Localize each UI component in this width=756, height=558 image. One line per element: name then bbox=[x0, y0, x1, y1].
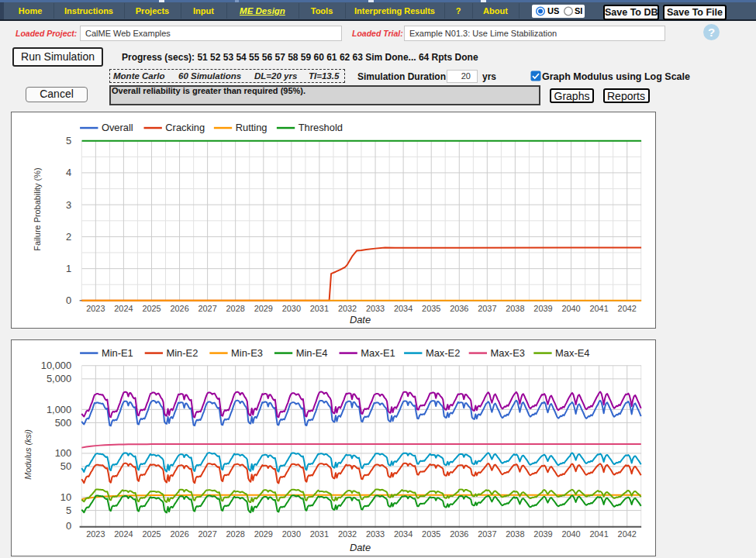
svg-text:2042: 2042 bbox=[617, 529, 636, 539]
svg-text:2023: 2023 bbox=[86, 304, 105, 313]
svg-text:Max-E3: Max-E3 bbox=[490, 346, 524, 358]
svg-text:2039: 2039 bbox=[533, 529, 552, 539]
svg-text:Rutting: Rutting bbox=[235, 122, 267, 133]
svg-text:Date: Date bbox=[349, 314, 370, 326]
svg-text:2038: 2038 bbox=[506, 529, 524, 539]
svg-text:2038: 2038 bbox=[506, 304, 524, 313]
svg-text:Min-E1: Min-E1 bbox=[101, 346, 133, 358]
svg-text:5,000: 5,000 bbox=[46, 373, 71, 384]
svg-text:2036: 2036 bbox=[450, 304, 468, 313]
svg-text:Failure Probability (%): Failure Probability (%) bbox=[32, 167, 41, 250]
svg-text:Modulus (ksi): Modulus (ksi) bbox=[22, 429, 32, 480]
svg-text:2: 2 bbox=[66, 231, 71, 243]
svg-text:2033: 2033 bbox=[365, 304, 384, 313]
svg-text:2026: 2026 bbox=[170, 304, 188, 313]
svg-text:5: 5 bbox=[66, 505, 71, 516]
svg-text:3: 3 bbox=[66, 199, 71, 211]
svg-text:2033: 2033 bbox=[365, 529, 384, 539]
svg-text:500: 500 bbox=[54, 416, 71, 428]
svg-text:2040: 2040 bbox=[561, 304, 580, 313]
svg-text:2023: 2023 bbox=[86, 529, 105, 539]
svg-text:2025: 2025 bbox=[142, 529, 161, 539]
svg-text:2041: 2041 bbox=[589, 529, 608, 539]
svg-text:2032: 2032 bbox=[337, 304, 356, 313]
svg-text:Overall: Overall bbox=[101, 122, 133, 133]
svg-text:Min-E4: Min-E4 bbox=[295, 346, 327, 358]
svg-text:2030: 2030 bbox=[281, 529, 300, 539]
svg-text:2029: 2029 bbox=[254, 304, 272, 313]
svg-text:2034: 2034 bbox=[393, 304, 412, 313]
svg-text:Date: Date bbox=[349, 541, 370, 553]
svg-text:Max-E1: Max-E1 bbox=[361, 346, 395, 358]
svg-text:0: 0 bbox=[66, 519, 71, 531]
svg-text:2037: 2037 bbox=[478, 304, 496, 313]
svg-text:2031: 2031 bbox=[309, 304, 328, 313]
svg-text:2037: 2037 bbox=[478, 529, 496, 539]
svg-text:2030: 2030 bbox=[281, 304, 300, 313]
svg-text:2027: 2027 bbox=[198, 529, 216, 539]
svg-text:2024: 2024 bbox=[114, 529, 133, 539]
svg-text:2027: 2027 bbox=[198, 304, 216, 313]
svg-text:2034: 2034 bbox=[393, 529, 412, 539]
svg-text:Cracking: Cracking bbox=[165, 122, 205, 133]
svg-text:Max-E2: Max-E2 bbox=[425, 346, 459, 358]
svg-text:4: 4 bbox=[66, 167, 71, 178]
svg-text:1: 1 bbox=[66, 263, 71, 274]
svg-text:10,000: 10,000 bbox=[40, 360, 71, 371]
svg-text:2035: 2035 bbox=[422, 304, 440, 313]
svg-text:2024: 2024 bbox=[114, 304, 133, 313]
svg-text:2025: 2025 bbox=[142, 304, 161, 313]
svg-text:2041: 2041 bbox=[589, 304, 608, 313]
svg-text:2028: 2028 bbox=[226, 529, 244, 539]
svg-text:Threshold: Threshold bbox=[298, 122, 342, 133]
svg-text:Max-E4: Max-E4 bbox=[555, 346, 589, 358]
svg-text:2039: 2039 bbox=[533, 304, 552, 313]
svg-text:2031: 2031 bbox=[309, 529, 328, 539]
svg-text:50: 50 bbox=[60, 460, 71, 472]
svg-text:2040: 2040 bbox=[561, 529, 580, 539]
svg-text:1,000: 1,000 bbox=[46, 403, 71, 415]
svg-text:2029: 2029 bbox=[254, 529, 272, 539]
svg-text:100: 100 bbox=[54, 447, 71, 459]
svg-text:2032: 2032 bbox=[337, 529, 356, 539]
svg-text:2035: 2035 bbox=[422, 529, 440, 539]
svg-text:0: 0 bbox=[66, 294, 71, 306]
svg-text:5: 5 bbox=[66, 135, 71, 146]
svg-text:10: 10 bbox=[60, 491, 71, 503]
svg-text:2042: 2042 bbox=[617, 304, 636, 313]
svg-text:2026: 2026 bbox=[170, 529, 188, 539]
svg-text:2036: 2036 bbox=[450, 529, 468, 539]
svg-text:Min-E3: Min-E3 bbox=[231, 346, 263, 358]
svg-text:2028: 2028 bbox=[226, 304, 244, 313]
svg-text:Min-E2: Min-E2 bbox=[166, 346, 198, 358]
